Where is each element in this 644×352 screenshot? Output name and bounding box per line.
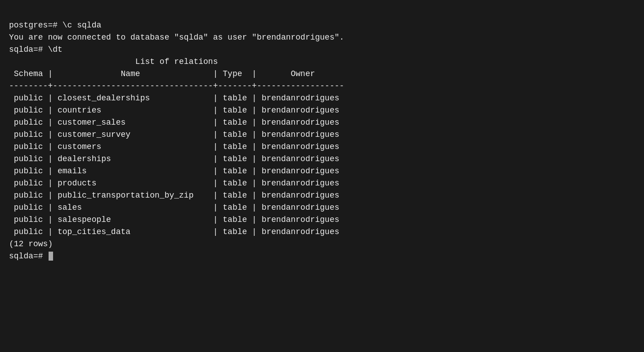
terminal-line-rowcount: (12 rows) <box>9 238 635 250</box>
terminal-line-row2: public | countries | table | brendanrodr… <box>9 104 635 117</box>
terminal-line-row3: public | customer_sales | table | brenda… <box>9 117 635 129</box>
terminal-line-row8: public | products | table | brendanrodri… <box>9 177 635 190</box>
terminal-line-cmd1: postgres=# \c sqlda <box>9 19 635 32</box>
terminal-line-separator: --------+-------------------------------… <box>9 80 635 92</box>
terminal-window: postgres=# \c sqldaYou are now connected… <box>9 7 635 262</box>
terminal-line-row1: public | closest_dealerships | table | b… <box>9 92 635 104</box>
terminal-line-row11: public | salespeople | table | brendanro… <box>9 214 635 226</box>
terminal-line-row12: public | top_cities_data | table | brend… <box>9 226 635 238</box>
terminal-line-row4: public | customer_survey | table | brend… <box>9 129 635 141</box>
terminal-line-row9: public | public_transportation_by_zip | … <box>9 190 635 202</box>
terminal-line-row6: public | dealerships | table | brendanro… <box>9 153 635 165</box>
terminal-cursor <box>49 252 53 261</box>
terminal-line-row5: public | customers | table | brendanrodr… <box>9 141 635 153</box>
terminal-line-info1: You are now connected to database "sqlda… <box>9 32 635 44</box>
terminal-line-row10: public | sales | table | brendanrodrigue… <box>9 202 635 214</box>
terminal-line-row7: public | emails | table | brendanrodrigu… <box>9 165 635 177</box>
terminal-line-header_cols: Schema | Name | Type | Owner <box>9 68 635 80</box>
terminal-line-cmd2: sqlda=# \dt <box>9 44 635 56</box>
terminal-line-prompt: sqlda=# <box>9 250 635 262</box>
terminal-line-header_title: List of relations <box>9 56 635 68</box>
